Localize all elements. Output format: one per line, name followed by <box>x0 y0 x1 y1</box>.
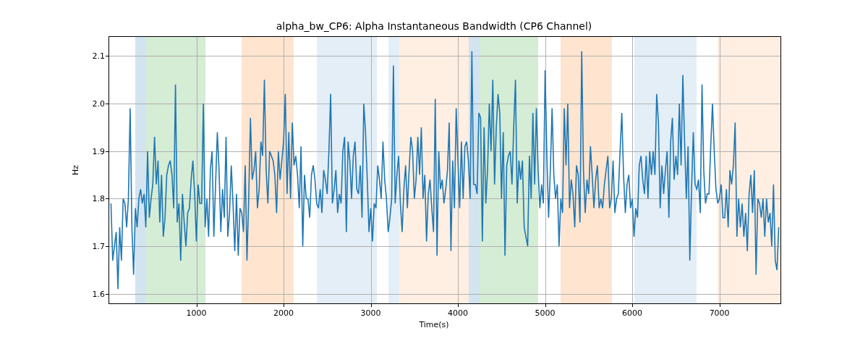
tick-mark <box>720 304 720 307</box>
tick-mark <box>106 151 109 152</box>
y-tick-label: 1.9 <box>87 146 105 156</box>
tick-mark <box>632 304 633 307</box>
y-tick-label: 2.0 <box>87 99 105 109</box>
data-line <box>109 37 780 303</box>
tick-mark <box>106 246 109 247</box>
x-tick-label: 2000 <box>273 308 294 318</box>
x-tick-label: 3000 <box>361 308 381 318</box>
y-tick-label: 2.1 <box>87 51 105 61</box>
y-axis-label: Hz <box>71 165 80 175</box>
tick-mark <box>197 304 197 307</box>
x-tick-label: 7000 <box>710 308 730 318</box>
chart-title: alpha_bw_CP6: Alpha Instantaneous Bandwi… <box>0 20 868 32</box>
figure: alpha_bw_CP6: Alpha Instantaneous Bandwi… <box>0 0 868 362</box>
tick-mark <box>106 294 109 295</box>
x-tick-label: 1000 <box>187 308 207 318</box>
tick-mark <box>545 304 546 307</box>
tick-mark <box>458 304 459 307</box>
x-tick-label: 6000 <box>622 308 642 318</box>
x-axis-label: Time(s) <box>0 320 868 329</box>
y-tick-label: 1.6 <box>87 289 105 298</box>
tick-mark <box>284 304 284 307</box>
y-tick-label: 1.8 <box>87 194 105 203</box>
plot-area <box>109 36 781 304</box>
y-tick-label: 1.7 <box>87 242 105 251</box>
tick-mark <box>371 304 372 307</box>
tick-mark <box>106 104 109 104</box>
x-tick-label: 5000 <box>535 308 556 318</box>
tick-mark <box>106 56 109 56</box>
tick-mark <box>106 198 109 199</box>
x-tick-label: 4000 <box>448 308 468 318</box>
